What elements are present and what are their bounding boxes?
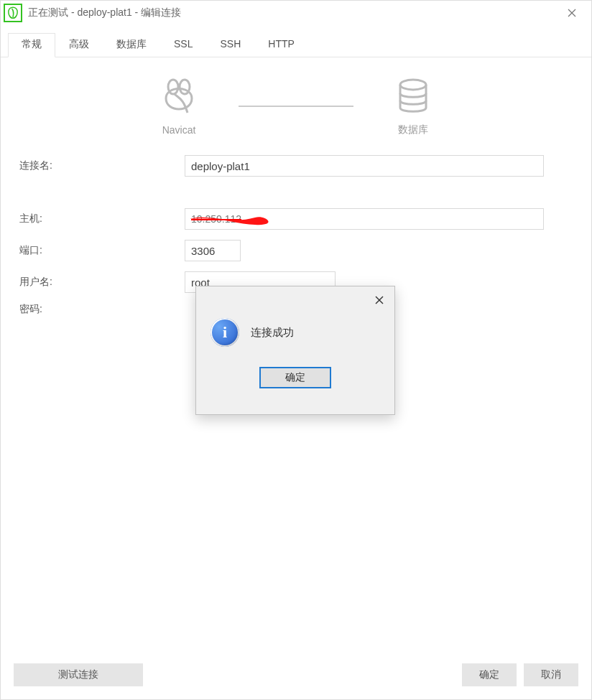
row-host: 主机: 10.250.112 bbox=[19, 208, 573, 230]
app-icon bbox=[4, 4, 22, 22]
message-close-button[interactable] bbox=[369, 291, 390, 309]
connection-diagram: Navicat 数据库 bbox=[19, 76, 573, 136]
database-icon bbox=[393, 76, 433, 116]
tab-advanced[interactable]: 高级 bbox=[55, 33, 103, 57]
message-ok-button[interactable]: 确定 bbox=[259, 367, 331, 388]
titlebar: 正在测试 - deploy-plat1 - 编辑连接 bbox=[1, 1, 591, 25]
label-host: 主机: bbox=[19, 213, 185, 225]
message-footer: 确定 bbox=[196, 354, 394, 388]
window-close-button[interactable] bbox=[555, 1, 588, 24]
navicat-icon bbox=[159, 77, 199, 117]
row-port: 端口: bbox=[19, 240, 573, 261]
tabbar: 常规 高级 数据库 SSL SSH HTTP bbox=[1, 25, 591, 57]
cancel-button[interactable]: 取消 bbox=[524, 663, 578, 686]
host-value-text: 10.250.112 bbox=[191, 213, 241, 225]
message-dialog: i 连接成功 确定 bbox=[195, 286, 395, 415]
label-password: 密码: bbox=[19, 303, 185, 316]
diagram-right-label: 数据库 bbox=[398, 123, 428, 136]
label-connection-name: 连接名: bbox=[19, 159, 185, 172]
row-connection-name: 连接名: bbox=[19, 155, 573, 177]
diagram-connector-line bbox=[239, 106, 353, 107]
diagram-left: Navicat bbox=[132, 77, 226, 136]
tab-ssh[interactable]: SSH bbox=[206, 33, 254, 57]
diagram-left-label: Navicat bbox=[162, 124, 196, 136]
tab-http[interactable]: HTTP bbox=[254, 33, 308, 57]
label-user: 用户名: bbox=[19, 276, 185, 289]
ok-button[interactable]: 确定 bbox=[462, 663, 517, 686]
port-input[interactable] bbox=[185, 240, 241, 261]
message-text: 连接成功 bbox=[251, 326, 294, 340]
tab-general[interactable]: 常规 bbox=[8, 33, 55, 57]
connection-name-input[interactable] bbox=[185, 155, 544, 177]
tab-database[interactable]: 数据库 bbox=[103, 33, 160, 57]
label-port: 端口: bbox=[19, 244, 185, 257]
tab-ssl[interactable]: SSL bbox=[160, 33, 206, 57]
svg-point-4 bbox=[400, 80, 426, 90]
dialog-footer: 测试连接 确定 取消 bbox=[1, 656, 591, 699]
host-input[interactable]: 10.250.112 bbox=[185, 208, 544, 230]
info-icon: i bbox=[211, 318, 239, 347]
message-body: i 连接成功 bbox=[196, 286, 394, 354]
diagram-right: 数据库 bbox=[366, 76, 460, 136]
test-connection-button[interactable]: 测试连接 bbox=[14, 663, 143, 686]
window-title: 正在测试 - deploy-plat1 - 编辑连接 bbox=[28, 6, 555, 19]
